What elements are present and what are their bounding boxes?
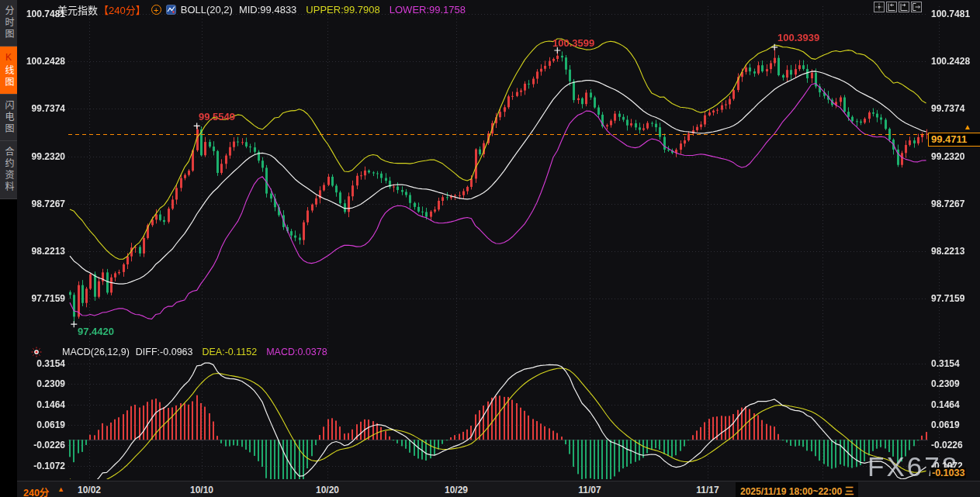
macd-indicator-label: MACD(26,12,9): [62, 347, 130, 357]
macd-axis-label-left: -0.1072: [22, 461, 65, 471]
sidebar-tab-lightning-chart[interactable]: 闪电图: [0, 95, 17, 141]
price-axis-label-left: 100.2428: [22, 56, 65, 67]
trading-terminal: 分时图 K线图 闪电图 合约资料 美元指数 【240分】 + BOLL(20,2…: [0, 0, 980, 497]
extreme-price-annotation: 100.3939: [777, 32, 819, 43]
macd-dea-value: DEA:-0.1152: [202, 347, 257, 357]
candlestick-chart-canvas[interactable]: [0, 0, 980, 497]
interval-dropdown-arrow-icon[interactable]: ▲: [57, 485, 64, 493]
macd-diff-value: DIFF:-0.0963: [136, 347, 193, 357]
sidebar: 分时图 K线图 闪电图 合约资料: [0, 0, 17, 497]
last-price-arrow-icon: ▲: [964, 123, 971, 131]
boll-upper-value: UPPER:99.7908: [306, 4, 379, 16]
extreme-price-annotation: 100.3599: [552, 37, 594, 49]
macd-axis-label-left: 0.2309: [22, 378, 65, 389]
date-label: 10/20: [309, 485, 346, 495]
price-axis-label-left: 97.7159: [22, 293, 65, 304]
sidebar-tab-label: 合约资料: [3, 147, 14, 193]
price-axis-label-right: 100.2428: [931, 56, 970, 67]
boll-lower-value: LOWER:99.1758: [390, 4, 466, 16]
macd-pane-header: MACD(26,12,9) DIFF:-0.0963 DEA:-0.1152 M…: [31, 347, 327, 357]
price-axis-label-left: 98.2213: [22, 246, 65, 257]
indicator-settings-icon[interactable]: [31, 347, 42, 357]
sidebar-tab-label: K线图: [3, 52, 14, 88]
price-axis-label-right: 98.2213: [931, 246, 964, 257]
date-label: 10/29: [438, 485, 475, 495]
price-axis-label-left: 99.2320: [22, 151, 65, 162]
current-candle-range: 2025/11/19 18:00~22:00 三: [736, 482, 858, 497]
sidebar-tab-label: 分时图: [3, 5, 14, 40]
macd-axis-label-left: 0.1464: [22, 399, 65, 410]
price-axis-label-right: 100.7481: [931, 9, 970, 19]
boll-indicator-label: BOLL(20,2): [181, 4, 233, 16]
price-axis-label-right: 99.2320: [931, 151, 964, 162]
chart-type-tabs: 分时图 K线图 闪电图 合约资料: [0, 0, 17, 199]
macd-axis-label-right: 0.3154: [931, 358, 960, 369]
price-axis-label-right: 98.7267: [931, 198, 964, 209]
macd-axis-label-left: 0.0619: [22, 419, 65, 430]
price-axis-label-right: 97.7159: [931, 293, 964, 304]
chart-toolbar: [874, 2, 922, 12]
price-axis-label-left: 99.7374: [22, 103, 65, 114]
indicator-chart-icon[interactable]: [166, 5, 176, 15]
date-label: 11/07: [571, 485, 608, 495]
price-axis-label-left: 98.7267: [22, 198, 65, 209]
macd-hist-value: MACD:0.0378: [266, 347, 327, 357]
last-price-tag: 99.4711: [928, 133, 980, 147]
interval-selector[interactable]: 240分: [23, 485, 49, 497]
macd-axis-label-right: 0.2309: [931, 378, 960, 389]
macd-axis-label-right: -0.0226: [931, 440, 963, 450]
exit-chart-icon[interactable]: [911, 2, 922, 12]
zoom-out-chart-icon[interactable]: [886, 2, 897, 12]
macd-axis-label-left: 0.3154: [22, 358, 65, 369]
macd-current-value-tag: -0.1033: [930, 468, 966, 478]
extreme-price-annotation: 97.4420: [78, 326, 114, 337]
add-indicator-icon[interactable]: +: [151, 5, 161, 15]
pan-crosshair-icon[interactable]: [874, 2, 885, 12]
instrument-title: 美元指数: [57, 2, 98, 17]
extreme-price-annotation: 99.5549: [199, 111, 235, 123]
sidebar-tab-time-chart[interactable]: 分时图: [0, 0, 17, 47]
macd-axis-label-left: -0.0226: [22, 440, 65, 450]
interval-label[interactable]: 【240分】: [99, 2, 146, 17]
macd-axis-label-right: 0.0619: [931, 419, 960, 430]
zoom-in-chart-icon[interactable]: [899, 2, 909, 12]
sidebar-tab-kline-chart[interactable]: K线图: [0, 47, 17, 95]
chart-header: 美元指数 【240分】 + BOLL(20,2) MID:99.4833 UPP…: [57, 2, 466, 17]
sidebar-tab-contract-info[interactable]: 合约资料: [0, 141, 17, 199]
boll-mid-value: MID:99.4833: [239, 4, 296, 16]
macd-axis-label-right: 0.1464: [931, 399, 960, 410]
date-label: 10/10: [183, 485, 220, 495]
date-label: 10/02: [71, 485, 108, 495]
sidebar-tab-label: 闪电图: [3, 100, 14, 135]
time-axis-bar: 240分 ▲ 10/0210/1010/2010/2911/0711/17 20…: [17, 481, 980, 497]
date-label: 11/17: [689, 485, 726, 495]
price-axis-label-right: 99.7374: [931, 103, 964, 114]
